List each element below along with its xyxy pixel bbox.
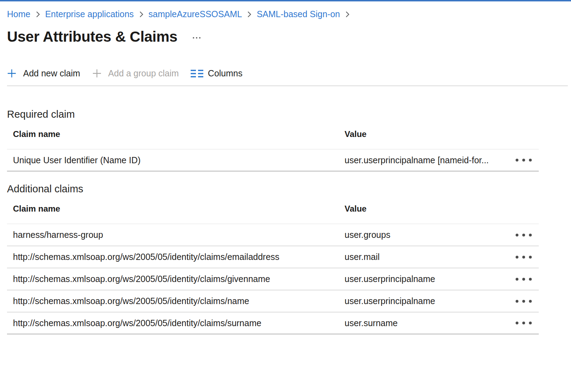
- breadcrumb-item-saml-sign-on[interactable]: SAML-based Sign-on: [257, 9, 340, 19]
- column-header-value: Value: [345, 204, 539, 214]
- columns-button[interactable]: Columns: [191, 68, 243, 78]
- breadcrumb-item-enterprise-applications[interactable]: Enterprise applications: [45, 9, 134, 19]
- row-menu-button[interactable]: [514, 297, 533, 305]
- row-menu-button[interactable]: [514, 275, 533, 283]
- ellipsis-icon: [516, 300, 532, 303]
- row-menu-button[interactable]: [514, 319, 533, 327]
- column-header-claim-name: Claim name: [7, 129, 345, 139]
- table-row-harness-group[interactable]: harness/harness-group user.groups: [7, 224, 539, 246]
- add-new-claim-button[interactable]: Add new claim: [7, 68, 80, 78]
- claim-value-cell: user.groups: [345, 230, 514, 240]
- ellipsis-icon: [516, 278, 532, 281]
- add-new-claim-label: Add new claim: [23, 68, 80, 78]
- claim-value-cell: user.userprincipalname [nameid-for...: [345, 155, 514, 165]
- ellipsis-icon: [516, 234, 532, 236]
- ellipsis-icon: [516, 322, 532, 324]
- claim-name-cell: harness/harness-group: [7, 230, 345, 240]
- ellipsis-icon: [516, 159, 532, 161]
- table-header-row: Claim name Value: [7, 120, 539, 150]
- ellipsis-icon: [516, 256, 532, 259]
- additional-claims-table: Claim name Value harness/harness-group u…: [7, 195, 539, 335]
- column-header-claim-name: Claim name: [7, 204, 345, 214]
- title-row: User Attributes & Claims: [7, 28, 571, 45]
- column-header-value: Value: [345, 129, 539, 139]
- table-row-givenname[interactable]: http://schemas.xmlsoap.org/ws/2005/05/id…: [7, 268, 539, 290]
- table-row-unique-user-identifier[interactable]: Unique User Identifier (Name ID) user.us…: [7, 150, 539, 172]
- plus-icon: [7, 69, 16, 78]
- columns-label: Columns: [208, 68, 243, 78]
- row-menu-button[interactable]: [514, 231, 533, 239]
- page-title: User Attributes & Claims: [7, 28, 177, 45]
- claim-name-cell: http://schemas.xmlsoap.org/ws/2005/05/id…: [7, 274, 345, 284]
- breadcrumb: Home Enterprise applications sampleAzure…: [7, 1, 571, 19]
- required-claim-heading: Required claim: [7, 108, 571, 120]
- claim-name-cell: http://schemas.xmlsoap.org/ws/2005/05/id…: [7, 252, 345, 262]
- add-group-claim-button[interactable]: Add a group claim: [92, 68, 179, 78]
- claim-value-cell: user.userprincipalname: [345, 296, 514, 306]
- page: Home Enterprise applications sampleAzure…: [0, 1, 571, 335]
- table-row-name[interactable]: http://schemas.xmlsoap.org/ws/2005/05/id…: [7, 290, 539, 312]
- claim-value-cell: user.surname: [345, 318, 514, 328]
- chevron-right-icon: [247, 10, 252, 19]
- add-group-claim-label: Add a group claim: [108, 68, 179, 78]
- more-menu-button[interactable]: [192, 35, 201, 39]
- claim-value-cell: user.mail: [345, 252, 514, 262]
- chevron-right-icon: [35, 10, 40, 19]
- plus-icon: [92, 69, 102, 78]
- claim-name-cell: Unique User Identifier (Name ID): [7, 155, 345, 165]
- chevron-right-icon: [345, 10, 350, 19]
- chevron-right-icon: [139, 10, 144, 19]
- toolbar-divider: [7, 85, 568, 86]
- ellipsis-icon: [193, 37, 200, 39]
- claim-value-cell: user.userprincipalname: [345, 274, 514, 284]
- breadcrumb-item-home[interactable]: Home: [7, 9, 30, 19]
- columns-icon: [191, 69, 203, 78]
- table-row-surname[interactable]: http://schemas.xmlsoap.org/ws/2005/05/id…: [7, 312, 539, 335]
- claim-name-cell: http://schemas.xmlsoap.org/ws/2005/05/id…: [7, 296, 345, 306]
- claim-name-cell: http://schemas.xmlsoap.org/ws/2005/05/id…: [7, 318, 345, 328]
- table-row-emailaddress[interactable]: http://schemas.xmlsoap.org/ws/2005/05/id…: [7, 246, 539, 268]
- toolbar: Add new claim Add a group claim Columns: [7, 68, 571, 78]
- row-menu-button[interactable]: [514, 253, 533, 261]
- table-header-row: Claim name Value: [7, 195, 539, 224]
- row-menu-button[interactable]: [514, 156, 533, 164]
- required-claims-table: Claim name Value Unique User Identifier …: [7, 120, 539, 172]
- breadcrumb-item-app[interactable]: sampleAzureSSOSAML: [149, 9, 242, 19]
- additional-claims-heading: Additional claims: [7, 183, 571, 195]
